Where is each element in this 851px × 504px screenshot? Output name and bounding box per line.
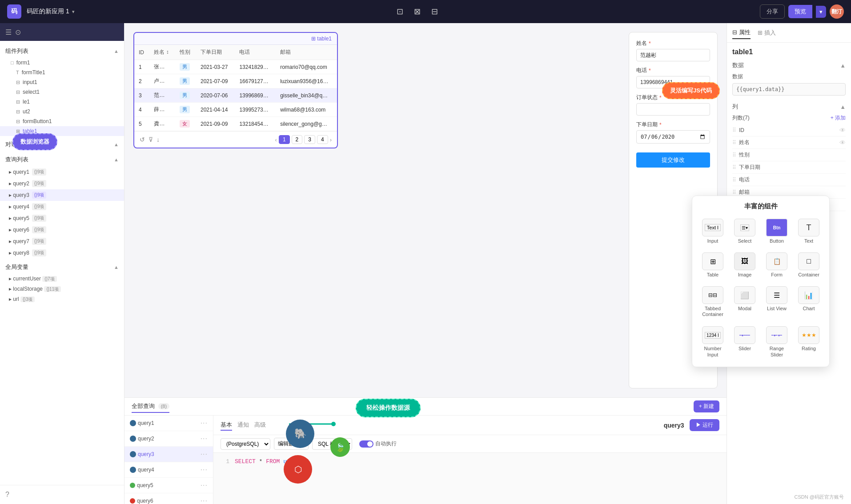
comp-modal[interactable]: ⬜ Modal [731,284,759,320]
add-column-link[interactable]: + 添加 [831,114,846,122]
comp-image[interactable]: 🖼 Image [731,250,759,280]
layout-icon-1[interactable]: ⊡ [395,5,405,18]
query-item-5[interactable]: ▸ query5 {}9项 [0,212,124,224]
layout-icon-2[interactable]: ⊠ [412,5,422,18]
comp-form[interactable]: 📋 Form [763,250,791,280]
table-row[interactable]: 2 卢… 男 2021-07-09 16679127… luzixuan9356… [134,74,337,88]
page-prev-icon[interactable]: ‹ [275,136,277,143]
query-list-item-5[interactable]: query5 ··· [124,478,213,493]
comp-tabbed-container[interactable]: ⊟⊟ TabbedContainer [698,284,727,320]
submit-button[interactable]: 提交修改 [636,152,710,168]
query-list-item-4[interactable]: query4 ··· [124,462,213,478]
order-status-select[interactable] [636,103,710,116]
query-list-item-2[interactable]: query2 ··· [124,431,213,447]
tree-item-le1[interactable]: ⊟ le1 [0,97,124,107]
tab-all-queries[interactable]: 全部查询 (8) [132,400,169,413]
page-next-icon[interactable]: › [330,136,332,143]
rs-tab-insert[interactable]: ⊞ 插入 [758,27,776,39]
share-button[interactable]: 分享 [760,4,785,19]
comp-container[interactable]: □ Container [795,250,823,280]
table-widget[interactable]: ⊞ table1 ID 姓名 ↕ 性别 下单日期 电话 邮箱 [133,32,338,148]
col-name-eye-icon[interactable]: 👁 [839,139,846,146]
query-item-3[interactable]: ▸ query3 {}9项 [0,189,124,201]
datasource-select[interactable]: (PostgreSQL) [221,438,270,450]
query-2-menu-icon[interactable]: ··· [201,435,208,443]
auto-run-toggle[interactable] [359,440,373,448]
comp-button[interactable]: Btn Button [763,216,791,246]
comp-input[interactable]: Text I Input [698,216,727,246]
columns-section-label: 列 ▲ [732,103,846,111]
tab-notify[interactable]: 通知 [237,420,249,431]
page-3-button[interactable]: 3 [304,135,315,144]
comp-select[interactable]: ☰▾ Select [731,216,759,246]
global-url[interactable]: ▸ url {}3项 [0,294,124,304]
table-widget-header: ⊞ table1 [134,33,337,45]
download-icon[interactable]: ↓ [157,136,160,143]
sidebar-dot-icon[interactable]: ⊙ [15,28,21,36]
page-1-button[interactable]: 1 [279,135,290,144]
run-button[interactable]: ▶ 运行 [690,419,719,431]
global-localstorage[interactable]: ▸ localStorage {}11项 [0,284,124,294]
layout-icon-3[interactable]: ⊟ [430,5,440,18]
add-query-button[interactable]: + 新建 [694,400,719,412]
comp-slider[interactable]: ━●━━━ Slider [731,324,759,360]
page-2-button[interactable]: 2 [292,135,303,144]
globals-section-header[interactable]: 全局变量 ▲ [0,260,124,274]
query-item-7[interactable]: ▸ query7 {}9项 [0,236,124,247]
query-1-menu-icon[interactable]: ··· [201,419,208,427]
query-4-menu-icon[interactable]: ··· [201,466,208,474]
tree-item-select1[interactable]: ⊟ select1 [0,87,124,97]
col-id-eye-icon[interactable]: 👁 [839,127,846,134]
order-date-input[interactable] [636,130,710,144]
preview-button[interactable]: 预览 [788,5,812,18]
global-currentuser[interactable]: ▸ currentUser {}7项 [0,274,124,284]
ut2-icon: ⊟ [16,109,20,115]
comp-table[interactable]: ⊞ Table [698,250,727,280]
tree-item-formtitle1[interactable]: T formTitle1 [0,68,124,77]
comp-chart[interactable]: 📊 Chart [795,284,823,320]
tree-item-ut2[interactable]: ⊟ ut2 [0,107,124,116]
query-5-menu-icon[interactable]: ··· [201,481,208,489]
tab-basic[interactable]: 基本 [221,420,232,431]
query-item-6[interactable]: ▸ query6 {}9项 [0,224,124,236]
preview-arrow-button[interactable]: ▾ [816,6,826,18]
tree-item-input1[interactable]: ⊟ input1 [0,77,124,87]
topbar: 码 码匠的新应用 1 ▾ ⊡ ⊠ ⊟ 分享 预览 ▾ 翻汀 [0,0,851,23]
query-3-menu-icon[interactable]: ··· [201,450,208,458]
comp-text[interactable]: T Text [795,216,823,246]
query-item-4[interactable]: ▸ query4 {}9项 [0,201,124,212]
table-row[interactable]: 5 龚… 女 2021-09-09 13218454… silencer_gon… [134,117,337,131]
app-title[interactable]: 码匠的新应用 1 ▾ [27,8,75,16]
query-6-menu-icon[interactable]: ··· [201,497,208,504]
query-list-item-3[interactable]: query3 ··· [124,447,213,462]
col-item-id: ⠿ ID 👁 [732,124,846,136]
filter-icon[interactable]: ⊽ [149,136,153,143]
rs-tab-properties[interactable]: ⊟ 属性 [732,27,751,39]
tree-item-formbutton1[interactable]: ⊟ formButton1 [0,116,124,126]
refresh-icon[interactable]: ↺ [140,136,145,143]
menu-icon[interactable]: ☰ [5,28,12,36]
name-input[interactable] [636,49,710,61]
query-list-item-1[interactable]: query1 ··· [124,416,213,431]
query-list-item-6[interactable]: query6 ··· [124,493,213,504]
page-4-button[interactable]: 4 [317,135,328,144]
input-icon: ⊟ [16,80,20,85]
tree-item-form1[interactable]: □ form1 [0,58,124,68]
comp-rating[interactable]: ★★★ Rating [795,324,823,360]
components-section-header[interactable]: 组件列表 ▲ [0,44,124,58]
query-item-1[interactable]: ▸ query1 {}9项 [0,166,124,178]
comp-list-view[interactable]: ☰ List View [763,284,791,320]
queries-section-header[interactable]: 查询列表 ▲ [0,153,124,166]
redis-icon-large: ⬡ [282,454,313,486]
query-item-2[interactable]: ▸ query2 {}9项 [0,178,124,189]
comp-range-slider[interactable]: ━●━●━ RangeSlider [763,324,791,360]
tab-advanced[interactable]: 高级 [254,420,266,431]
data-value-input[interactable] [732,83,846,96]
query-item-8[interactable]: ▸ query8 {}9项 [0,247,124,259]
table-row[interactable]: 4 薛… 男 2021-04-14 13995273… wilma68@163.… [134,103,337,117]
table-row[interactable]: 1 张… 男 2021-03-27 13241829… romario70@qq… [134,60,337,74]
table-pagination: ‹ 1 2 3 4 › [275,135,332,144]
table-row[interactable]: 3 范… 男 2020-07-06 13996869… gisselle_bin… [134,88,337,103]
help-button[interactable]: ? [0,485,124,504]
comp-number-input[interactable]: 1234 I NumberInput [698,324,727,360]
